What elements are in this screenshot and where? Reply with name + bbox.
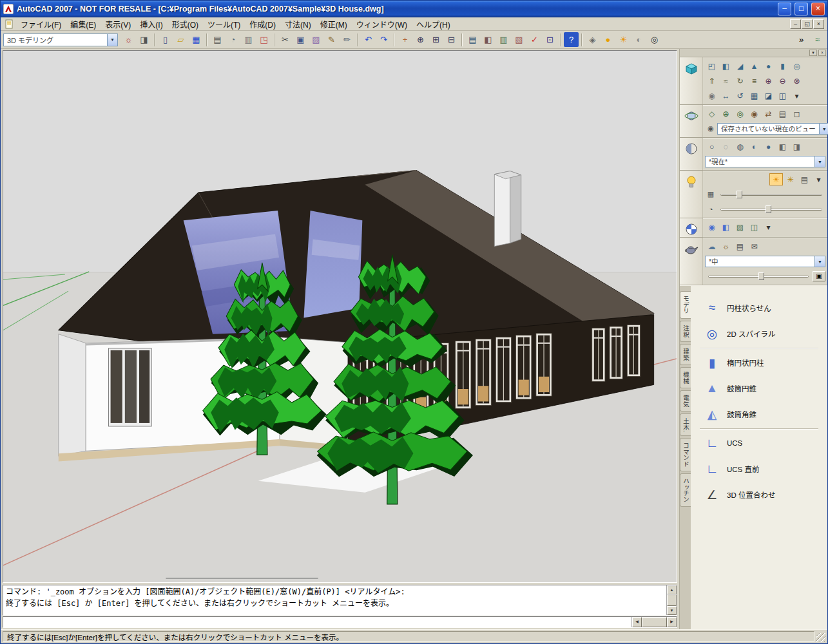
- chimney[interactable]: [494, 171, 521, 247]
- slider-track[interactable]: [720, 194, 822, 196]
- command-history[interactable]: コマンド: '_zoom オプションを入力 [図面範囲(A)/オブジェクト範囲(…: [3, 585, 677, 616]
- scroll-down-icon[interactable]: [667, 606, 677, 615]
- constrained-orbit-button[interactable]: ⊕: [719, 108, 733, 120]
- dashboard-close-icon[interactable]: [818, 50, 826, 56]
- parallel-projection-button[interactable]: ▤: [776, 108, 789, 120]
- light-more-button[interactable]: ▾: [812, 173, 825, 185]
- save-button[interactable]: ▦: [189, 32, 204, 47]
- markup-set-manager-button[interactable]: ✓: [527, 32, 542, 47]
- realistic-button[interactable]: ●: [762, 140, 775, 153]
- materials-more-button[interactable]: ▾: [762, 221, 775, 233]
- slice-button[interactable]: ◪: [762, 90, 775, 102]
- brightness-slider[interactable]: [720, 189, 822, 200]
- perspective-projection-button[interactable]: ◻: [790, 108, 804, 120]
- advanced-render-settings-button[interactable]: ☼: [719, 240, 733, 252]
- zoom-realtime-button[interactable]: ⊕: [413, 32, 428, 47]
- publish-button[interactable]: ▥: [241, 32, 256, 47]
- palette-tool-frustum-cone[interactable]: ▲鼓筒円錐: [693, 375, 825, 401]
- slider-thumb[interactable]: [765, 205, 771, 213]
- open-button[interactable]: ▱: [173, 32, 188, 47]
- slider-thumb[interactable]: [758, 272, 764, 280]
- make-more-button[interactable]: ▾: [790, 90, 804, 102]
- visual-style-panel-button[interactable]: [680, 138, 703, 170]
- command-hscrollbar[interactable]: [631, 617, 677, 627]
- cone-button[interactable]: ▲: [747, 60, 761, 72]
- swivel-button[interactable]: ⇄: [762, 108, 775, 120]
- planar-mapping-button[interactable]: ▨: [733, 221, 747, 233]
- intersect-button[interactable]: ⊗: [790, 75, 804, 87]
- scroll-up-icon[interactable]: [667, 585, 677, 594]
- zoom-window-button[interactable]: ⊞: [428, 32, 443, 47]
- help-button[interactable]: ?: [564, 32, 579, 47]
- contrast-slider[interactable]: [720, 204, 822, 214]
- plot-preview-button[interactable]: ◔: [226, 32, 240, 47]
- palette-tab-建築[interactable]: 建築: [680, 344, 691, 365]
- 3d-make-panel-button[interactable]: [680, 57, 703, 104]
- palette-tool-ucs-previous[interactable]: ∟UCS 直前: [693, 456, 825, 482]
- match-properties-button[interactable]: ✎: [324, 32, 339, 47]
- palette-tool-ucs[interactable]: ∟UCS: [693, 430, 825, 456]
- tool-palettes-button[interactable]: ▥: [496, 32, 511, 47]
- render-window-button[interactable]: ▤: [733, 240, 747, 252]
- camera-button[interactable]: ◉: [747, 108, 761, 120]
- designcenter-button[interactable]: ◧: [481, 32, 496, 47]
- sphere-button[interactable]: ●: [762, 60, 775, 72]
- render-panel-button[interactable]: [680, 238, 703, 285]
- 3d-move-button[interactable]: ↔: [719, 90, 733, 102]
- mdi-minimize-button[interactable]: [790, 19, 801, 29]
- pan-button[interactable]: +: [398, 32, 412, 47]
- menu-item-編集(E)[interactable]: 編集(E): [66, 17, 101, 31]
- union-button[interactable]: ⊕: [762, 75, 775, 87]
- menu-item-寸法(N)[interactable]: 寸法(N): [280, 17, 316, 31]
- command-input[interactable]: [3, 617, 631, 627]
- palette-tab-土木.[interactable]: 土木.: [680, 413, 691, 437]
- palette-tab-機械[interactable]: 機械: [680, 367, 691, 388]
- workspace-combo-arrow[interactable]: [107, 34, 117, 46]
- thicken-button[interactable]: ◫: [776, 90, 789, 102]
- quickcalc-button[interactable]: ⊡: [543, 32, 557, 47]
- palette-tool-frustum-pyramid[interactable]: ◭鼓筒角錐: [693, 401, 825, 427]
- minimize-button[interactable]: [778, 3, 791, 15]
- render-button[interactable]: ▣: [813, 271, 825, 281]
- apply-material-button[interactable]: ◧: [719, 221, 733, 233]
- mdi-close-button[interactable]: [813, 19, 824, 29]
- view-combo-arrow[interactable]: [819, 124, 828, 134]
- palette-tab-ハッチン[interactable]: ハッチン: [680, 473, 691, 507]
- redo-button[interactable]: ↷: [376, 32, 391, 47]
- materials-panel-button[interactable]: [680, 218, 703, 237]
- 2d-wireframe-button[interactable]: ○: [705, 140, 718, 153]
- dashboard-collapse-icon[interactable]: [809, 50, 817, 56]
- plot-button[interactable]: ▤: [210, 32, 225, 47]
- torus-button[interactable]: ◎: [790, 60, 804, 72]
- loft-button[interactable]: ≡: [747, 75, 761, 87]
- paste-button[interactable]: ▨: [309, 32, 323, 47]
- menu-item-ヘルプ(H)[interactable]: ヘルプ(H): [412, 17, 455, 31]
- workspace-combo[interactable]: 3D モデリング: [3, 33, 118, 46]
- render-preset-combo[interactable]: *中: [705, 256, 825, 267]
- front-door[interactable]: [109, 348, 152, 426]
- menu-item-ファイル(F)[interactable]: ファイル(F): [16, 17, 66, 31]
- cut-button[interactable]: ✂: [278, 32, 293, 47]
- walk-button[interactable]: ◇: [705, 108, 718, 120]
- workspace-lock-button[interactable]: ◨: [137, 32, 151, 47]
- render-presets-button[interactable]: ◈: [585, 32, 600, 47]
- light-list-button[interactable]: ▤: [798, 173, 811, 185]
- attach-by-layer-button[interactable]: ◫: [747, 221, 761, 233]
- materials-button[interactable]: ◐: [631, 32, 646, 47]
- zoom-previous-button[interactable]: ⊟: [444, 32, 459, 47]
- copy-button[interactable]: ▣: [293, 32, 308, 47]
- palette-tab-電気[interactable]: 電気: [680, 390, 691, 412]
- vscroll-thumb[interactable]: [667, 594, 677, 606]
- 3d-rotate-button[interactable]: ↺: [733, 90, 747, 102]
- visual-style-combo-arrow[interactable]: [814, 156, 825, 167]
- render-email-button[interactable]: ✉: [747, 240, 761, 252]
- workspace-settings-button[interactable]: ☼: [121, 32, 136, 47]
- conceptual-button[interactable]: ◐: [747, 140, 761, 153]
- 3d-navigate-panel-button[interactable]: [680, 105, 703, 137]
- slider-thumb[interactable]: [737, 191, 742, 198]
- menu-item-ツール(T)[interactable]: ツール(T): [203, 17, 245, 31]
- new-point-light-button[interactable]: ✳: [784, 173, 797, 185]
- menu-item-修正(M)[interactable]: 修正(M): [316, 17, 352, 31]
- palette-tab-注釈[interactable]: 注釈: [680, 321, 691, 342]
- render-button[interactable]: ◎: [647, 32, 662, 47]
